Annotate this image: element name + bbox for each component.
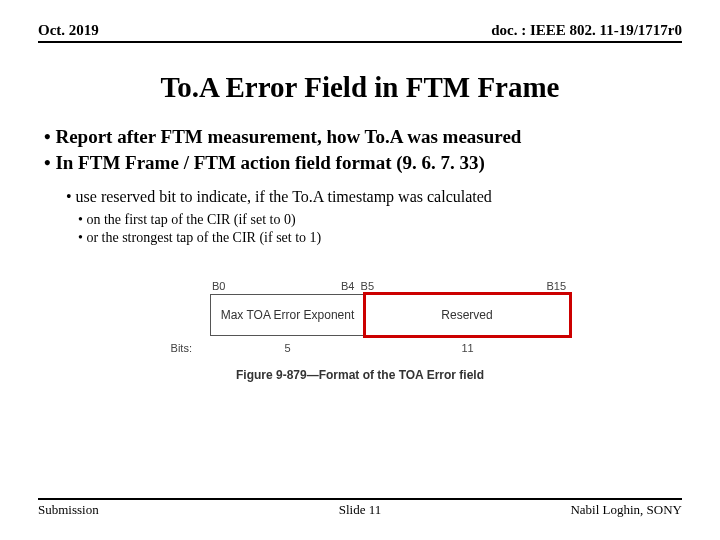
bit-label: B0 bbox=[212, 280, 225, 292]
bit-index-row: B0 B4 B5 B15 bbox=[150, 280, 570, 292]
bullet-list-level3: on the first tap of the CIR (if set to 0… bbox=[78, 212, 682, 246]
bit-label: B4 bbox=[341, 280, 354, 292]
bullet-list-level1: Report after FTM measurement, how To.A w… bbox=[44, 126, 682, 174]
field-reserved-highlighted: Reserved bbox=[365, 294, 570, 336]
bullet-item: on the first tap of the CIR (if set to 0… bbox=[78, 212, 682, 228]
footer-slide-number: Slide 11 bbox=[38, 502, 682, 518]
bullet-list-level2: use reserved bit to indicate, if the To.… bbox=[66, 188, 682, 206]
bit-width-row: Bits: 5 11 bbox=[150, 342, 570, 354]
bit-label: B5 bbox=[361, 280, 374, 292]
slide-header: Oct. 2019 doc. : IEEE 802. 11-19/1717r0 bbox=[38, 22, 682, 43]
figure-caption: Figure 9-879—Format of the TOA Error fie… bbox=[150, 368, 570, 382]
bits-value: 11 bbox=[365, 342, 570, 354]
field-boxes: Max TOA Error Exponent Reserved bbox=[150, 294, 570, 336]
bullet-item: use reserved bit to indicate, if the To.… bbox=[66, 188, 682, 206]
bits-label: Bits: bbox=[150, 342, 210, 354]
figure-toa-error-field: B0 B4 B5 B15 Max TOA Error Exponent Rese… bbox=[150, 280, 570, 382]
header-date: Oct. 2019 bbox=[38, 22, 99, 39]
field-max-toa-error-exponent: Max TOA Error Exponent bbox=[210, 294, 365, 336]
slide-title: To.A Error Field in FTM Frame bbox=[38, 71, 682, 104]
header-doc-id: doc. : IEEE 802. 11-19/1717r0 bbox=[491, 22, 682, 39]
bit-label: B15 bbox=[546, 280, 566, 292]
bits-value: 5 bbox=[210, 342, 365, 354]
slide-footer: Submission Slide 11 Nabil Loghin, SONY bbox=[38, 498, 682, 518]
bullet-item: In FTM Frame / FTM action field format (… bbox=[44, 152, 682, 174]
bullet-item: Report after FTM measurement, how To.A w… bbox=[44, 126, 682, 148]
bullet-item: or the strongest tap of the CIR (if set … bbox=[78, 230, 682, 246]
